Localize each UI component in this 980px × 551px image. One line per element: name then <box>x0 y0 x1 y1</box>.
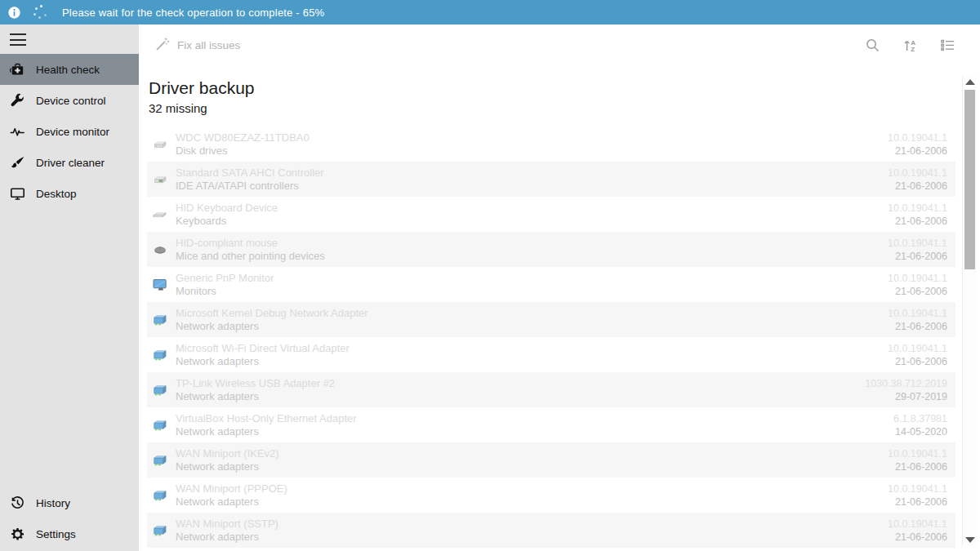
driver-name: HID-compliant mouse <box>176 237 888 250</box>
toolbar-right: AZ <box>865 38 965 53</box>
driver-name: Microsoft Wi-Fi Direct Virtual Adapter <box>176 342 888 355</box>
driver-row[interactable]: VirtualBox Host-Only Ethernet AdapterNet… <box>147 407 956 442</box>
history-icon <box>10 495 25 511</box>
driver-row[interactable]: Microsoft Wi-Fi Direct Virtual AdapterNe… <box>147 337 956 372</box>
driver-row[interactable]: Generic PnP MonitorMonitors10.0.19041.12… <box>147 267 956 302</box>
scroll-up-icon[interactable] <box>965 79 975 85</box>
driver-name: Standard SATA AHCI Controller <box>176 167 888 180</box>
sidebar-item-label: History <box>36 497 70 509</box>
driver-texts: HID-compliant mouseMice and other pointi… <box>176 237 888 263</box>
search-icon[interactable] <box>865 38 880 53</box>
sidebar-item-desktop[interactable]: Desktop <box>0 178 139 209</box>
driver-texts: VirtualBox Host-Only Ethernet AdapterNet… <box>176 412 893 438</box>
driver-name: Generic PnP Monitor <box>176 272 888 285</box>
fix-all-issues-button[interactable]: Fix all issues <box>155 37 240 54</box>
driver-row[interactable]: WAN Miniport (SSTP)Network adapters10.0.… <box>147 513 956 548</box>
driver-meta: 10.0.19041.121-06-2006 <box>888 237 947 263</box>
driver-row[interactable]: WAN Miniport (PPPOE)Network adapters10.0… <box>147 478 956 513</box>
driver-category: Keyboards <box>176 215 888 228</box>
driver-texts: WAN Miniport (PPPOE)Network adapters <box>176 482 888 509</box>
driver-name: WDC WD80EZAZ-11TDBA0 <box>176 131 888 144</box>
driver-name: WAN Miniport (IKEv2) <box>176 447 888 460</box>
scrollbar[interactable] <box>962 76 977 546</box>
svg-text:Z: Z <box>911 45 915 52</box>
sidebar-bottom-nav: HistorySettings <box>0 487 139 549</box>
driver-date: 14-05-2020 <box>893 425 947 438</box>
driver-category: Disk drives <box>176 144 888 158</box>
scroll-down-icon[interactable] <box>965 537 975 543</box>
sidebar-item-settings[interactable]: Settings <box>0 518 139 549</box>
driver-row[interactable]: WDC WD80EZAZ-11TDBA0Disk drives10.0.1904… <box>147 127 956 162</box>
driver-category: Mice and other pointing devices <box>176 250 888 263</box>
sidebar-item-label: Driver cleaner <box>36 157 105 169</box>
network-icon <box>152 452 168 469</box>
sidebar-item-driver-cleaner[interactable]: Driver cleaner <box>0 147 139 178</box>
monitor-device-icon <box>152 277 168 293</box>
driver-row[interactable]: Standard SATA AHCI ControllerIDE ATA/ATA… <box>147 162 956 197</box>
sidebar-item-device-control[interactable]: Device control <box>0 85 139 116</box>
driver-meta: 10.0.19041.121-06-2006 <box>888 342 947 368</box>
disk-board-icon <box>152 171 168 188</box>
fix-all-issues-label: Fix all issues <box>177 39 240 51</box>
driver-texts: HID Keyboard DeviceKeyboards <box>176 202 888 228</box>
sort-az-icon[interactable]: AZ <box>902 38 918 53</box>
driver-name: WAN Miniport (SSTP) <box>176 518 888 531</box>
network-icon <box>152 347 168 363</box>
driver-version: 10.0.19041.1 <box>888 202 947 215</box>
driver-date: 21-06-2006 <box>888 180 947 193</box>
driver-category: IDE ATA/ATAPI controllers <box>176 180 888 193</box>
health-kit-icon <box>10 62 25 78</box>
status-message: Please wait for the check operation to c… <box>62 7 324 19</box>
sidebar-item-label: Health check <box>36 64 100 76</box>
driver-date: 21-06-2006 <box>888 285 947 298</box>
driver-version: 10.0.19041.1 <box>888 307 947 320</box>
sidebar-nav: Health checkDevice controlDevice monitor… <box>0 54 139 209</box>
missing-count: 32 missing <box>149 101 980 115</box>
sidebar-item-label: Desktop <box>36 188 77 200</box>
driver-row[interactable]: WAN Miniport (IKEv2)Network adapters10.0… <box>147 442 956 478</box>
driver-row[interactable]: TP-Link Wireless USB Adapter #2Network a… <box>147 372 956 407</box>
info-icon <box>7 6 21 20</box>
disk-icon <box>152 136 168 153</box>
driver-texts: Microsoft Kernel Debug Network AdapterNe… <box>176 307 888 333</box>
network-icon <box>152 417 168 433</box>
driver-row[interactable]: Microsoft Kernel Debug Network AdapterNe… <box>147 302 956 337</box>
driver-list: WDC WD80EZAZ-11TDBA0Disk drives10.0.1904… <box>147 127 956 548</box>
toolbar: Fix all issues AZ <box>139 24 980 65</box>
scrollbar-thumb[interactable] <box>964 90 975 269</box>
driver-name: TP-Link Wireless USB Adapter #2 <box>176 377 865 390</box>
list-view-icon[interactable] <box>940 38 956 53</box>
driver-version: 10.0.19041.1 <box>888 272 947 285</box>
driver-texts: WDC WD80EZAZ-11TDBA0Disk drives <box>176 131 888 158</box>
network-icon <box>152 487 168 504</box>
driver-row[interactable]: HID Keyboard DeviceKeyboards10.0.19041.1… <box>147 197 956 232</box>
driver-meta: 6.1.8.3798114-05-2020 <box>893 412 947 438</box>
sidebar-item-label: Device monitor <box>36 126 109 138</box>
driver-date: 21-06-2006 <box>888 460 947 473</box>
sidebar-item-device-monitor[interactable]: Device monitor <box>0 116 139 147</box>
sidebar-item-label: Device control <box>36 95 106 107</box>
driver-date: 29-07-2019 <box>865 390 947 403</box>
driver-version: 10.0.19041.1 <box>888 447 947 460</box>
driver-meta: 10.0.19041.121-06-2006 <box>888 202 947 228</box>
sidebar: Health checkDevice controlDevice monitor… <box>0 24 139 551</box>
driver-meta: 10.0.19041.121-06-2006 <box>888 131 947 158</box>
status-bar: Please wait for the check operation to c… <box>0 0 980 24</box>
driver-date: 21-06-2006 <box>888 320 947 333</box>
gear-icon <box>10 527 25 542</box>
driver-category: Network adapters <box>176 495 888 509</box>
page-title: Driver backup <box>149 78 980 98</box>
driver-meta: 10.0.19041.121-06-2006 <box>888 307 947 333</box>
hamburger-menu-icon[interactable] <box>10 33 26 46</box>
driver-version: 10.0.19041.1 <box>888 237 947 250</box>
driver-category: Monitors <box>176 285 888 298</box>
main-panel: Fix all issues AZ Driver backup 32 missi… <box>139 24 980 551</box>
magic-wand-icon <box>155 37 170 54</box>
sidebar-item-history[interactable]: History <box>0 487 139 518</box>
driver-category: Network adapters <box>176 425 893 438</box>
driver-meta: 10.0.19041.121-06-2006 <box>888 482 947 509</box>
driver-category: Network adapters <box>176 531 888 544</box>
driver-date: 21-06-2006 <box>888 355 947 368</box>
sidebar-item-health-check[interactable]: Health check <box>0 54 139 85</box>
driver-row[interactable]: HID-compliant mouseMice and other pointi… <box>147 232 956 267</box>
